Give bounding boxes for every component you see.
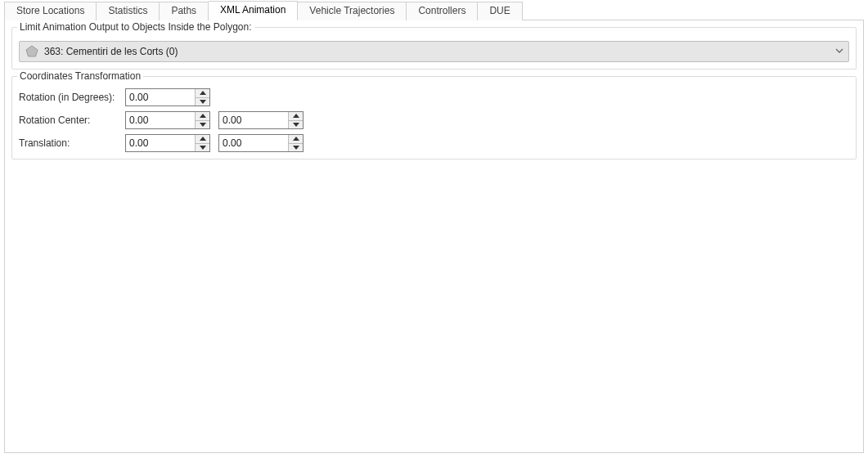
svg-marker-9 [293,137,299,141]
svg-marker-1 [200,91,206,95]
spin-down-icon[interactable] [196,144,209,152]
polygon-icon [25,44,39,59]
tab-store-locations[interactable]: Store Locations [4,2,97,20]
tab-bar: Store Locations Statistics Paths XML Ani… [0,0,868,20]
polygon-limit-legend: Limit Animation Output to Objects Inside… [17,21,254,33]
rotation-center-y-spinbox[interactable] [218,111,304,129]
spin-down-icon[interactable] [289,144,303,152]
polygon-limit-group: Limit Animation Output to Objects Inside… [11,27,857,70]
translation-x-spinbox[interactable] [125,134,210,152]
polygon-select[interactable]: 363: Cementiri de les Corts (0) [19,41,849,62]
spin-up-icon[interactable] [289,135,303,144]
coordinates-transformation-legend: Coordinates Transformation [17,70,143,82]
svg-marker-4 [200,123,206,127]
translation-y-spinbox[interactable] [218,134,304,152]
rotation-degrees-row: Rotation (in Degrees): [19,88,849,106]
svg-marker-2 [200,100,206,104]
rotation-center-label: Rotation Center: [19,114,125,126]
translation-row: Translation: [19,134,849,152]
svg-marker-6 [293,123,299,127]
tab-paths[interactable]: Paths [160,2,209,20]
rotation-center-x-spin-buttons [195,112,209,128]
spin-up-icon[interactable] [289,112,303,121]
tab-xml-animation[interactable]: XML Animation [209,1,298,20]
rotation-degrees-spinbox[interactable] [125,88,210,106]
rotation-center-y-input[interactable] [219,112,288,128]
translation-label: Translation: [19,137,125,149]
spin-down-icon[interactable] [196,98,209,106]
tab-panel-xml-animation: Limit Animation Output to Objects Inside… [4,20,864,453]
rotation-center-x-spinbox[interactable] [125,111,210,129]
spin-up-icon[interactable] [196,135,209,144]
spin-up-icon[interactable] [196,89,209,98]
tab-vehicle-trajectories[interactable]: Vehicle Trajectories [298,2,407,20]
chevron-down-icon [835,46,843,57]
spin-up-icon[interactable] [196,112,209,121]
coordinates-transformation-group: Coordinates Transformation Rotation (in … [11,76,857,159]
translation-y-spin-buttons [288,135,303,151]
translation-x-spin-buttons [195,135,209,151]
tab-controllers[interactable]: Controllers [407,2,478,20]
translation-x-input[interactable] [126,135,195,151]
svg-marker-0 [26,46,38,56]
svg-marker-10 [293,146,299,150]
svg-marker-7 [200,137,206,141]
rotation-degrees-spin-buttons [195,89,209,106]
rotation-center-y-spin-buttons [288,112,303,128]
rotation-center-row: Rotation Center: [19,111,849,129]
rotation-center-x-input[interactable] [126,112,195,128]
polygon-select-text: 363: Cementiri de les Corts (0) [44,46,835,57]
translation-y-input[interactable] [219,135,288,151]
svg-marker-5 [293,114,299,118]
spin-down-icon[interactable] [196,121,209,129]
tab-statistics[interactable]: Statistics [97,2,160,20]
svg-marker-8 [200,146,206,150]
tabs-container: Store Locations Statistics Paths XML Ani… [0,0,868,453]
svg-marker-3 [200,114,206,118]
spin-down-icon[interactable] [289,121,303,129]
rotation-degrees-input[interactable] [126,89,195,106]
rotation-degrees-label: Rotation (in Degrees): [19,92,125,103]
tab-due[interactable]: DUE [478,2,522,20]
